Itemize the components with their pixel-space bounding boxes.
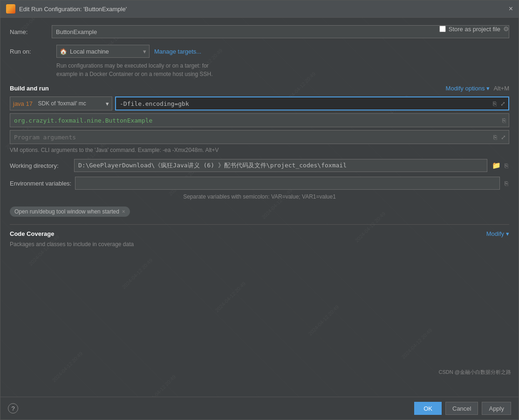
sdk-label: SDK of 'foxmail' mc: [38, 100, 86, 107]
env-vars-label: Environment variables:: [10, 180, 71, 187]
help-button[interactable]: ?: [8, 403, 18, 413]
env-hint: Separate variables with semicolon: VAR=v…: [10, 193, 509, 200]
debug-tool-tag-close[interactable]: ×: [122, 208, 125, 215]
manage-targets-link[interactable]: Manage targets...: [154, 48, 201, 55]
name-row: Name:: [10, 25, 509, 38]
chevron-down-icon: ▾: [486, 85, 490, 92]
dir-icons: 📁 ⎘: [491, 160, 509, 171]
chevron-down-icon: ▾: [106, 100, 109, 107]
store-project-row: Store as project file ⚙: [439, 25, 509, 33]
copy-dir-button[interactable]: ⎘: [504, 161, 509, 170]
prog-args-row: Program arguments ⎘ ⤢: [10, 130, 509, 144]
main-class-icons: ⎘: [501, 116, 509, 125]
coverage-modify-button[interactable]: Modify ▾: [486, 230, 509, 237]
coverage-chevron-icon: ▾: [506, 230, 509, 237]
env-vars-input[interactable]: [75, 177, 500, 190]
prog-args-wrapper: Program arguments ⎘ ⤢: [10, 130, 509, 144]
code-coverage-title: Code Coverage: [10, 230, 54, 237]
run-on-label: Run on:: [10, 48, 52, 55]
browse-folder-button[interactable]: 📁: [491, 160, 502, 171]
copy-class-button[interactable]: ⎘: [501, 116, 507, 125]
run-on-value: Local machine: [70, 48, 109, 55]
code-coverage-header: Code Coverage Modify ▾: [10, 230, 509, 237]
expand-vm-button[interactable]: ⤢: [499, 99, 506, 108]
env-list-button[interactable]: ⎘: [504, 179, 509, 188]
vm-hint: VM options. CLI arguments to the 'Java' …: [10, 147, 509, 153]
dialog-content: Store as project file ⚙ Name: Run on: 🏠 …: [0, 18, 519, 397]
main-class-input[interactable]: [10, 116, 501, 125]
copy-args-button[interactable]: ⎘: [492, 133, 498, 142]
build-run-title: Build and run: [10, 85, 49, 92]
env-icons: ⎘: [504, 179, 509, 188]
copy-vm-button[interactable]: ⎘: [492, 99, 498, 108]
modify-options-shortcut: Alt+M: [493, 85, 509, 92]
vm-args-wrapper: ⎘ ⤢: [115, 96, 509, 110]
build-run-header: Build and run Modify options ▾ Alt+M: [10, 85, 509, 92]
store-project-checkbox[interactable]: [439, 26, 446, 32]
prog-args-placeholder: Program arguments: [10, 132, 492, 142]
house-icon: 🏠: [60, 48, 67, 55]
store-project-label: Store as project file: [449, 26, 500, 33]
working-dir-row: Working directory: 📁 ⎘: [10, 159, 509, 172]
run-on-row: Run on: 🏠 Local machine ▾ Manage targets…: [10, 45, 509, 58]
vm-args-icons: ⎘ ⤢: [492, 99, 508, 108]
dialog-title: Edit Run Configuration: 'ButtonExample': [19, 6, 505, 13]
action-buttons: OK Cancel Apply: [414, 402, 511, 415]
run-on-hint: Run configurations may be executed local…: [56, 62, 509, 78]
app-icon: [6, 4, 15, 14]
working-dir-label: Working directory:: [10, 162, 70, 169]
run-on-select[interactable]: 🏠 Local machine ▾: [56, 45, 150, 58]
prog-args-icons: ⎘ ⤢: [492, 133, 509, 142]
bottom-bar: ? OK Cancel Apply: [0, 397, 519, 420]
coverage-modify-label: Modify: [486, 230, 504, 237]
chevron-down-icon: ▾: [143, 48, 146, 55]
debug-tool-tag-label: Open run/debug tool window when started: [14, 208, 119, 215]
ok-button[interactable]: OK: [414, 402, 442, 415]
csdn-watermark: CSDN @金融小白数据分析之路: [439, 369, 511, 376]
modify-options-button[interactable]: Modify options ▾ Alt+M: [446, 85, 509, 92]
working-dir-input[interactable]: [74, 159, 487, 172]
code-coverage-section: Code Coverage Modify ▾ Packages and clas…: [10, 224, 509, 248]
java-vm-row: java 17 SDK of 'foxmail' mc ▾ ⎘ ⤢: [10, 96, 509, 110]
cancel-button[interactable]: Cancel: [445, 402, 478, 415]
main-class-row: ⎘: [10, 113, 509, 127]
apply-button[interactable]: Apply: [482, 402, 511, 415]
tag-row: Open run/debug tool window when started …: [10, 207, 509, 217]
java-sdk-select[interactable]: java 17 SDK of 'foxmail' mc ▾: [10, 96, 112, 110]
debug-tool-tag: Open run/debug tool window when started …: [10, 207, 130, 217]
name-label: Name:: [10, 28, 52, 35]
java-version-label: java 17: [13, 100, 33, 107]
vm-args-input[interactable]: [116, 99, 492, 109]
title-bar: Edit Run Configuration: 'ButtonExample' …: [0, 0, 519, 18]
gear-icon[interactable]: ⚙: [503, 25, 509, 33]
main-class-wrapper: ⎘: [10, 113, 509, 127]
close-button[interactable]: ×: [509, 5, 513, 13]
expand-args-button[interactable]: ⤢: [500, 133, 507, 142]
env-vars-row: Environment variables: ⎘: [10, 177, 509, 190]
modify-options-label: Modify options: [446, 85, 485, 92]
coverage-hint: Packages and classes to include in cover…: [10, 241, 509, 248]
